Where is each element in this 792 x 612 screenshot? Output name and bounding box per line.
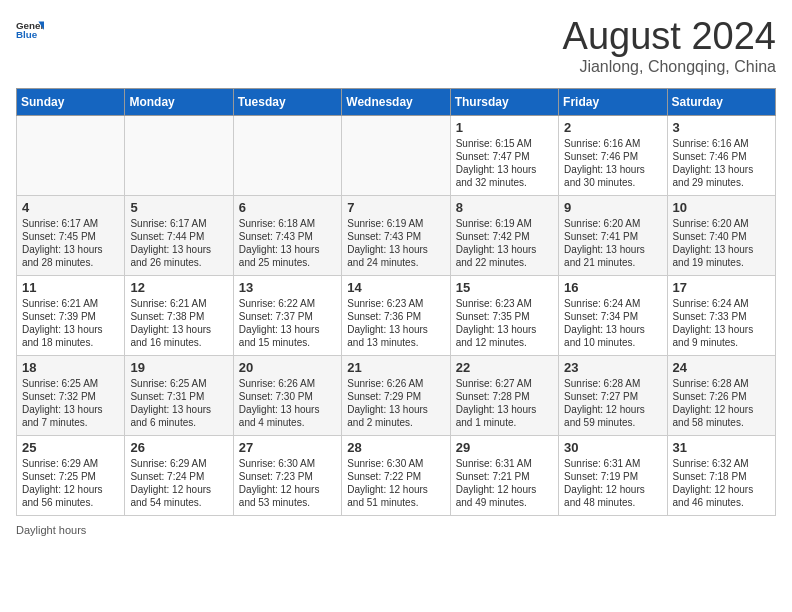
calendar-cell: 20Sunrise: 6:26 AMSunset: 7:30 PMDayligh… [233, 355, 341, 435]
cell-info-line: Sunrise: 6:26 AM [239, 377, 336, 390]
date-number: 6 [239, 200, 336, 215]
main-title: August 2024 [563, 16, 776, 58]
calendar-cell: 10Sunrise: 6:20 AMSunset: 7:40 PMDayligh… [667, 195, 775, 275]
cell-info-line: Sunset: 7:26 PM [673, 390, 770, 403]
calendar-cell: 7Sunrise: 6:19 AMSunset: 7:43 PMDaylight… [342, 195, 450, 275]
cell-info-line: Daylight: 13 hours [239, 403, 336, 416]
cell-info-line: and 2 minutes. [347, 416, 444, 429]
calendar-cell: 6Sunrise: 6:18 AMSunset: 7:43 PMDaylight… [233, 195, 341, 275]
cell-info-line: Sunset: 7:32 PM [22, 390, 119, 403]
date-number: 28 [347, 440, 444, 455]
cell-info-line: Sunrise: 6:29 AM [130, 457, 227, 470]
date-number: 5 [130, 200, 227, 215]
cell-info-line: and 51 minutes. [347, 496, 444, 509]
date-number: 8 [456, 200, 553, 215]
date-number: 3 [673, 120, 770, 135]
cell-info-line: Sunrise: 6:28 AM [564, 377, 661, 390]
cell-info-line: Daylight: 13 hours [130, 243, 227, 256]
cell-info-line: Sunrise: 6:31 AM [564, 457, 661, 470]
cell-info-line: Sunrise: 6:25 AM [22, 377, 119, 390]
date-number: 10 [673, 200, 770, 215]
cell-info-line: Sunset: 7:44 PM [130, 230, 227, 243]
cell-info-line: and 24 minutes. [347, 256, 444, 269]
calendar-week-2: 4Sunrise: 6:17 AMSunset: 7:45 PMDaylight… [17, 195, 776, 275]
date-number: 31 [673, 440, 770, 455]
cell-info-line: Daylight: 13 hours [456, 323, 553, 336]
title-area: August 2024 Jianlong, Chongqing, China [563, 16, 776, 76]
cell-info-line: and 28 minutes. [22, 256, 119, 269]
cell-info-line: Sunset: 7:35 PM [456, 310, 553, 323]
cell-info-line: Sunrise: 6:17 AM [22, 217, 119, 230]
cell-info-line: Sunrise: 6:29 AM [22, 457, 119, 470]
cell-info-line: and 59 minutes. [564, 416, 661, 429]
calendar-table: SundayMondayTuesdayWednesdayThursdayFrid… [16, 88, 776, 516]
cell-info-line: Daylight: 12 hours [564, 483, 661, 496]
cell-info-line: Sunset: 7:18 PM [673, 470, 770, 483]
calendar-week-3: 11Sunrise: 6:21 AMSunset: 7:39 PMDayligh… [17, 275, 776, 355]
calendar-cell: 17Sunrise: 6:24 AMSunset: 7:33 PMDayligh… [667, 275, 775, 355]
cell-info-line: and 4 minutes. [239, 416, 336, 429]
cell-info-line: Daylight: 13 hours [22, 403, 119, 416]
date-number: 9 [564, 200, 661, 215]
cell-info-line: Sunset: 7:23 PM [239, 470, 336, 483]
cell-info-line: Sunrise: 6:21 AM [22, 297, 119, 310]
cell-info-line: Sunset: 7:43 PM [239, 230, 336, 243]
cell-info-line: Daylight: 13 hours [456, 403, 553, 416]
cell-info-line: Daylight: 13 hours [22, 323, 119, 336]
calendar-cell: 12Sunrise: 6:21 AMSunset: 7:38 PMDayligh… [125, 275, 233, 355]
cell-info-line: Sunrise: 6:17 AM [130, 217, 227, 230]
calendar-cell [17, 115, 125, 195]
cell-info-line: Sunset: 7:38 PM [130, 310, 227, 323]
calendar-cell: 15Sunrise: 6:23 AMSunset: 7:35 PMDayligh… [450, 275, 558, 355]
cell-info-line: Sunset: 7:39 PM [22, 310, 119, 323]
calendar-cell: 5Sunrise: 6:17 AMSunset: 7:44 PMDaylight… [125, 195, 233, 275]
cell-info-line: Daylight: 12 hours [456, 483, 553, 496]
calendar-cell: 22Sunrise: 6:27 AMSunset: 7:28 PMDayligh… [450, 355, 558, 435]
calendar-cell: 3Sunrise: 6:16 AMSunset: 7:46 PMDaylight… [667, 115, 775, 195]
cell-info-line: Sunrise: 6:22 AM [239, 297, 336, 310]
footer-note: Daylight hours [16, 524, 776, 536]
cell-info-line: and 46 minutes. [673, 496, 770, 509]
date-number: 17 [673, 280, 770, 295]
logo: General Blue [16, 16, 44, 44]
date-number: 15 [456, 280, 553, 295]
cell-info-line: Daylight: 13 hours [673, 243, 770, 256]
cell-info-line: Daylight: 12 hours [673, 403, 770, 416]
cell-info-line: and 16 minutes. [130, 336, 227, 349]
calendar-cell: 26Sunrise: 6:29 AMSunset: 7:24 PMDayligh… [125, 435, 233, 515]
cell-info-line: Sunrise: 6:31 AM [456, 457, 553, 470]
cell-info-line: Sunset: 7:27 PM [564, 390, 661, 403]
cell-info-line: Sunrise: 6:24 AM [564, 297, 661, 310]
cell-info-line: Daylight: 13 hours [130, 403, 227, 416]
cell-info-line: Sunset: 7:43 PM [347, 230, 444, 243]
cell-info-line: Sunset: 7:45 PM [22, 230, 119, 243]
date-number: 11 [22, 280, 119, 295]
cell-info-line: and 58 minutes. [673, 416, 770, 429]
cell-info-line: Sunset: 7:29 PM [347, 390, 444, 403]
calendar-cell: 14Sunrise: 6:23 AMSunset: 7:36 PMDayligh… [342, 275, 450, 355]
calendar-cell: 11Sunrise: 6:21 AMSunset: 7:39 PMDayligh… [17, 275, 125, 355]
date-number: 22 [456, 360, 553, 375]
date-number: 1 [456, 120, 553, 135]
calendar-cell: 2Sunrise: 6:16 AMSunset: 7:46 PMDaylight… [559, 115, 667, 195]
cell-info-line: Sunset: 7:31 PM [130, 390, 227, 403]
calendar-cell: 13Sunrise: 6:22 AMSunset: 7:37 PMDayligh… [233, 275, 341, 355]
logo-icon: General Blue [16, 16, 44, 44]
date-number: 26 [130, 440, 227, 455]
cell-info-line: and 7 minutes. [22, 416, 119, 429]
cell-info-line: Sunset: 7:19 PM [564, 470, 661, 483]
cell-info-line: Daylight: 13 hours [347, 323, 444, 336]
cell-info-line: Sunrise: 6:24 AM [673, 297, 770, 310]
calendar-cell: 9Sunrise: 6:20 AMSunset: 7:41 PMDaylight… [559, 195, 667, 275]
cell-info-line: Daylight: 13 hours [673, 323, 770, 336]
cell-info-line: Daylight: 13 hours [564, 323, 661, 336]
cell-info-line: and 22 minutes. [456, 256, 553, 269]
cell-info-line: Sunset: 7:46 PM [673, 150, 770, 163]
date-number: 18 [22, 360, 119, 375]
date-number: 14 [347, 280, 444, 295]
date-number: 29 [456, 440, 553, 455]
cell-info-line: and 21 minutes. [564, 256, 661, 269]
cell-info-line: and 29 minutes. [673, 176, 770, 189]
calendar-cell [342, 115, 450, 195]
cell-info-line: Daylight: 13 hours [673, 163, 770, 176]
